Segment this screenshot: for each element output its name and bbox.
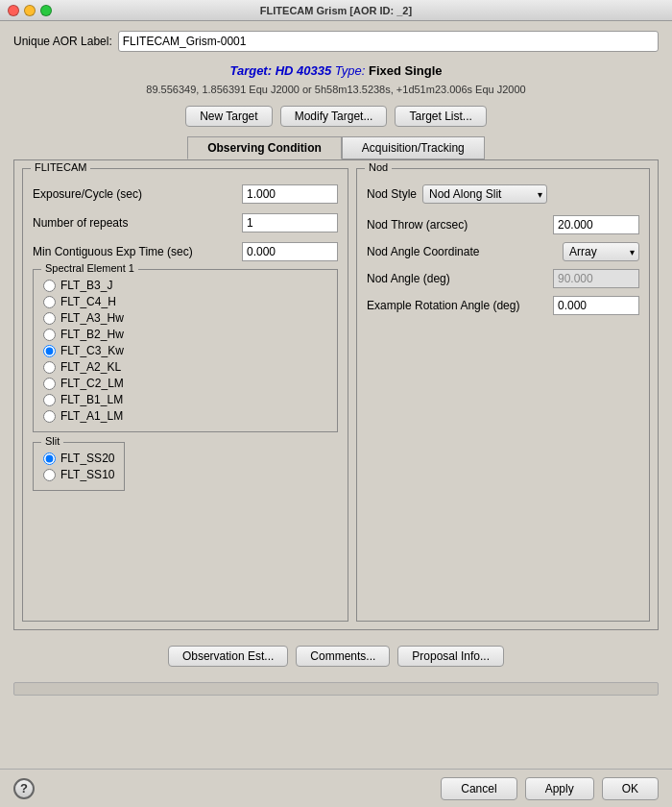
label-flt-ss10: FLT_SS10 [60, 468, 114, 481]
nod-angle-coord-wrapper: Array Sky [563, 242, 639, 261]
nod-title: Nod [365, 161, 392, 173]
target-coords: 89.556349, 1.856391 Equ J2000 or 5h58m13… [13, 82, 659, 99]
footer-left: ? [13, 778, 433, 799]
slit-title: Slit [41, 435, 63, 447]
nod-angle-deg-label: Nod Angle (deg) [367, 272, 553, 285]
nod-angle-coord-select[interactable]: Array Sky [563, 242, 639, 261]
help-button[interactable]: ? [13, 778, 35, 799]
radio-flt-a2-kl[interactable] [43, 361, 56, 374]
label-flt-c3-kw: FLT_C3_Kw [60, 344, 124, 357]
radio-flt-ss10[interactable] [43, 469, 56, 481]
mincont-row: Min Contiguous Exp Time (sec) [33, 242, 338, 261]
nod-example-rot-row: Example Rotation Angle (deg) [367, 296, 639, 315]
target-buttons: New Target Modify Target... Target List.… [13, 106, 659, 127]
label-flt-ss20: FLT_SS20 [60, 452, 114, 465]
nod-style-row: Nod Style Nod Along Slit Nod Off Slit Fi… [367, 184, 639, 204]
radio-flt-c3-kw[interactable] [43, 345, 56, 357]
nod-style-select-wrapper: Nod Along Slit Nod Off Slit Fixed [422, 184, 547, 204]
close-button[interactable] [8, 5, 19, 16]
mincont-label: Min Contiguous Exp Time (sec) [33, 245, 242, 258]
repeats-row: Number of repeats [33, 213, 338, 232]
radio-flt-c4-h[interactable] [43, 296, 56, 308]
proposal-info-button[interactable]: Proposal Info... [397, 646, 504, 667]
label-flt-b2-hw: FLT_B2_Hw [60, 328, 124, 341]
nod-angle-deg-row: Nod Angle (deg) [367, 269, 639, 288]
apply-button[interactable]: Apply [525, 777, 594, 800]
radio-flt-a3-hw[interactable] [43, 312, 56, 325]
footer: ? Cancel Apply OK [0, 769, 672, 807]
nod-style-label: Nod Style [367, 187, 417, 201]
aor-row: Unique AOR Label: [13, 31, 659, 52]
target-info: Target: HD 40335 Type: Fixed Single 89.5… [13, 61, 659, 98]
type-label: Type: [335, 63, 369, 78]
obs-est-button[interactable]: Observation Est... [168, 646, 288, 667]
label-flt-a2-kl: FLT_A2_KL [60, 360, 121, 374]
tab-bar: Observing Condition Acquisition/Tracking [13, 136, 659, 159]
target-type: Fixed Single [369, 63, 443, 78]
radio-flt-a1-lm[interactable] [43, 410, 56, 423]
label-flt-b1-lm: FLT_B1_LM [60, 393, 123, 406]
flitecam-title: FLITECAM [31, 161, 90, 173]
cancel-button[interactable]: Cancel [441, 777, 516, 800]
tab-observing-condition[interactable]: Observing Condition [187, 136, 342, 159]
spectral-title: Spectral Element 1 [41, 262, 138, 274]
spectral-flt-b1-lm: FLT_B1_LM [43, 393, 327, 406]
slit-flt-ss10: FLT_SS10 [43, 468, 114, 481]
label-flt-b3-j: FLT_B3_J [60, 279, 112, 292]
minimize-button[interactable] [24, 5, 36, 16]
target-label: Target: [229, 63, 275, 78]
comments-button[interactable]: Comments... [296, 646, 390, 667]
label-flt-a3-hw: FLT_A3_Hw [60, 311, 124, 325]
radio-flt-c2-lm[interactable] [43, 378, 56, 390]
main-content: Unique AOR Label: Target: HD 40335 Type:… [0, 21, 672, 682]
radio-flt-b1-lm[interactable] [43, 394, 56, 406]
new-target-button[interactable]: New Target [185, 106, 272, 127]
spectral-flt-c2-lm: FLT_C2_LM [43, 377, 327, 390]
nod-example-rot-label: Example Rotation Angle (deg) [367, 299, 553, 312]
label-flt-a1-lm: FLT_A1_LM [60, 409, 123, 423]
nod-throw-label: Nod Throw (arcsec) [367, 218, 553, 232]
nod-panel: Nod Nod Style Nod Along Slit Nod Off Sli… [356, 168, 650, 622]
repeats-input[interactable] [242, 213, 338, 232]
slit-flt-ss20: FLT_SS20 [43, 452, 114, 465]
exposure-label: Exposure/Cycle (sec) [33, 187, 242, 201]
nod-example-rot-input[interactable] [553, 296, 639, 315]
maximize-button[interactable] [40, 5, 52, 16]
label-flt-c4-h: FLT_C4_H [60, 295, 116, 308]
flitecam-panel: FLITECAM Exposure/Cycle (sec) Number of … [22, 168, 348, 622]
nod-style-select[interactable]: Nod Along Slit Nod Off Slit Fixed [422, 184, 547, 204]
nod-angle-coord-label: Nod Angle Coordinate [367, 245, 563, 258]
title-bar: FLITECAM Grism [AOR ID: _2] [0, 0, 672, 21]
radio-flt-b3-j[interactable] [43, 280, 56, 292]
exposure-row: Exposure/Cycle (sec) [33, 184, 338, 204]
radio-flt-b2-hw[interactable] [43, 329, 56, 341]
nod-angle-deg-input [553, 269, 639, 288]
window-title: FLITECAM Grism [AOR ID: _2] [260, 5, 412, 16]
ok-button[interactable]: OK [602, 777, 659, 800]
target-line1: Target: HD 40335 Type: Fixed Single [13, 61, 659, 82]
nod-throw-row: Nod Throw (arcsec) [367, 215, 639, 234]
repeats-label: Number of repeats [33, 216, 242, 230]
nod-throw-input[interactable] [553, 215, 639, 234]
window-controls [8, 5, 52, 16]
spectral-flt-a3-hw: FLT_A3_Hw [43, 311, 327, 325]
nod-angle-coord-row: Nod Angle Coordinate Array Sky [367, 242, 639, 261]
exposure-input[interactable] [242, 184, 338, 204]
target-list-button[interactable]: Target List... [395, 106, 486, 127]
spectral-flt-b2-hw: FLT_B2_Hw [43, 328, 327, 341]
progress-bar [13, 682, 659, 696]
radio-flt-ss20[interactable] [43, 452, 56, 465]
aor-label: Unique AOR Label: [13, 35, 112, 48]
tab-acquisition-tracking[interactable]: Acquisition/Tracking [342, 136, 485, 159]
spectral-flt-c4-h: FLT_C4_H [43, 295, 327, 308]
slit-group: Slit FLT_SS20 FLT_SS10 [33, 442, 125, 491]
spectral-flt-a1-lm: FLT_A1_LM [43, 409, 327, 423]
aor-input[interactable] [118, 31, 659, 52]
spectral-flt-a2-kl: FLT_A2_KL [43, 360, 327, 374]
label-flt-c2-lm: FLT_C2_LM [60, 377, 124, 390]
content-panel: FLITECAM Exposure/Cycle (sec) Number of … [13, 159, 659, 630]
mincont-input[interactable] [242, 242, 338, 261]
modify-target-button[interactable]: Modify Target... [280, 106, 388, 127]
spectral-flt-b3-j: FLT_B3_J [43, 279, 327, 292]
target-name: HD 40335 [276, 63, 332, 78]
